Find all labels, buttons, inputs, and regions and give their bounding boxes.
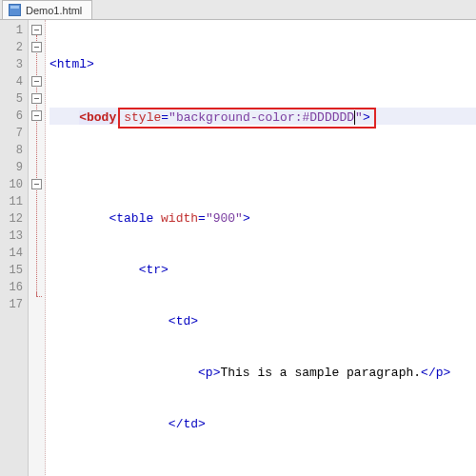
fold-toggle-icon[interactable] xyxy=(31,93,42,104)
line-number: 10 xyxy=(0,176,23,193)
line-number: 15 xyxy=(0,262,23,279)
line-number: 11 xyxy=(0,193,23,210)
line-number: 5 xyxy=(0,90,23,108)
code-attr-name: style xyxy=(124,110,161,125)
line-number: 13 xyxy=(0,228,23,245)
line-number: 12 xyxy=(0,210,23,228)
active-line: <bodystyle="background-color:#DDDDDD"> xyxy=(50,108,476,125)
tab-bar: Demo1.html xyxy=(0,0,476,20)
code-tag: </p> xyxy=(421,366,450,380)
code-attr-value: background-color:#DDDDDD xyxy=(176,110,354,125)
code-tag: <body xyxy=(79,110,116,125)
code-tag: <p> xyxy=(198,366,220,380)
code-tag: </td> xyxy=(169,417,206,431)
code-area[interactable]: <html> <bodystyle="background-color:#DDD… xyxy=(46,20,476,476)
fold-toggle-icon[interactable] xyxy=(31,110,42,121)
line-number: 14 xyxy=(0,245,23,262)
fold-toggle-icon[interactable] xyxy=(31,25,42,35)
code-attr-name: width xyxy=(161,211,198,226)
line-number: 16 xyxy=(0,279,23,296)
line-number: 6 xyxy=(0,108,23,125)
file-tab[interactable]: Demo1.html xyxy=(2,0,92,19)
line-number: 2 xyxy=(0,39,23,56)
code-attr-value: 900 xyxy=(213,211,235,226)
line-number-gutter: 1 2 3 4 5 6 7 8 9 10 11 12 13 14 15 16 1… xyxy=(0,20,29,476)
code-tag: <table xyxy=(109,211,153,226)
fold-toggle-icon[interactable] xyxy=(31,42,42,52)
highlight-box: style="background-color:#DDDDDD"> xyxy=(118,108,376,129)
fold-toggle-icon[interactable] xyxy=(31,179,42,189)
line-number: 4 xyxy=(0,73,23,90)
code-tag: <tr> xyxy=(139,263,169,277)
tab-filename: Demo1.html xyxy=(26,5,82,16)
code-tag: <td> xyxy=(169,314,198,328)
file-icon xyxy=(9,4,21,16)
code-tag: <html> xyxy=(50,57,94,71)
fold-toggle-icon[interactable] xyxy=(31,76,42,87)
line-number: 3 xyxy=(0,56,23,73)
line-number: 9 xyxy=(0,159,23,176)
editor-window: Demo1.html 1 2 3 4 5 6 7 8 9 10 11 12 13… xyxy=(0,0,476,476)
fold-gutter xyxy=(29,20,46,476)
line-number: 8 xyxy=(0,142,23,159)
editor-area: 1 2 3 4 5 6 7 8 9 10 11 12 13 14 15 16 1… xyxy=(0,20,476,476)
line-number: 7 xyxy=(0,125,23,142)
line-number: 17 xyxy=(0,296,23,313)
line-number: 1 xyxy=(0,22,23,39)
code-text: This is a sample paragraph. xyxy=(220,366,421,380)
